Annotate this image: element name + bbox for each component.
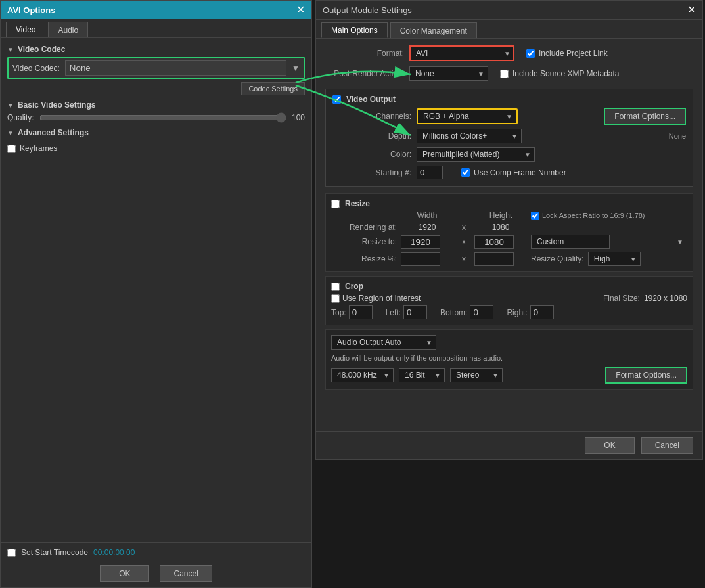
resize-pct-label: Resize %: xyxy=(331,254,397,263)
resize-quality-label: Resize Quality: xyxy=(531,254,584,263)
output-cancel-button[interactable]: Cancel xyxy=(641,437,693,454)
post-render-row: Post-Render Action: None ▼ Include Sourc… xyxy=(325,66,693,81)
resize-to-label: Resize to: xyxy=(331,237,397,246)
use-comp-frame-label: Use Comp Frame Number xyxy=(474,168,566,177)
audio-bit-dropdown[interactable]: 16 Bit xyxy=(399,368,445,382)
video-codec-title: Video Codec xyxy=(18,45,65,54)
format-dropdown[interactable]: AVI xyxy=(409,45,514,61)
avi-ok-button[interactable]: OK xyxy=(100,565,149,582)
quality-slider[interactable] xyxy=(39,112,286,123)
color-row: Color: Premultiplied (Matted) ▼ xyxy=(332,147,686,162)
resize-quality-dropdown[interactable]: High xyxy=(588,252,641,266)
starting-num-input[interactable] xyxy=(417,166,443,179)
resize-header-row: Resize xyxy=(331,199,687,208)
output-content: Format: AVI ▼ Include Project Link Post-… xyxy=(316,39,702,431)
left-input[interactable] xyxy=(403,305,427,319)
depth-row: Depth: Millions of Colors+ ▼ None xyxy=(332,129,686,143)
color-label: Color: xyxy=(332,150,411,159)
final-size-label: Final Size: xyxy=(603,294,640,303)
depth-dropdown[interactable]: Millions of Colors+ xyxy=(417,129,522,143)
set-start-timecode-checkbox[interactable] xyxy=(7,549,16,557)
resize-pct-w-input[interactable] xyxy=(401,252,440,266)
audio-output-wrap: Audio Output Auto ▼ xyxy=(331,335,436,350)
audio-khz-wrap: 48.000 kHz ▼ xyxy=(331,368,394,382)
avi-close-button[interactable]: ✕ xyxy=(296,5,305,15)
post-render-dropdown[interactable]: None xyxy=(409,66,488,81)
audio-section: Audio Output Auto ▼ Audio will be output… xyxy=(325,329,693,390)
format-options-button[interactable]: Format Options... xyxy=(604,108,686,125)
left-label: Left: xyxy=(386,308,401,317)
keyframes-checkbox[interactable] xyxy=(7,145,16,153)
starting-num-row: Starting #: Use Comp Frame Number xyxy=(332,166,686,179)
video-output-checkbox[interactable] xyxy=(332,95,341,104)
width-label: Width xyxy=(401,211,453,220)
tab-main-options[interactable]: Main Options xyxy=(321,22,388,38)
format-label: Format: xyxy=(325,49,404,58)
avi-tabs: Video Audio xyxy=(1,19,311,38)
quality-value: 100 xyxy=(292,113,305,122)
audio-note: Audio will be output only if the composi… xyxy=(331,354,503,362)
codec-settings-button[interactable]: Codec Settings xyxy=(241,82,305,95)
right-input[interactable] xyxy=(530,305,554,319)
codec-select-row: Video Codec: None ▼ xyxy=(7,57,305,79)
format-select-wrapper: AVI ▼ xyxy=(409,45,514,61)
resize-pct-h-input[interactable] xyxy=(474,252,514,266)
resize-pct-x: x xyxy=(457,254,470,263)
tab-audio[interactable]: Audio xyxy=(48,22,88,37)
avi-panel-title: AVI Options xyxy=(7,5,55,15)
resize-to-h-input[interactable] xyxy=(474,235,514,249)
rendering-h: 1080 xyxy=(474,223,527,232)
tab-video[interactable]: Video xyxy=(6,22,45,37)
right-label: Right: xyxy=(507,308,527,317)
starting-num-label: Starting #: xyxy=(332,168,411,177)
use-comp-frame-checkbox[interactable] xyxy=(461,168,470,177)
output-module-panel: Output Module Settings ✕ Main Options Co… xyxy=(315,0,703,460)
codec-dropdown[interactable]: None xyxy=(65,60,286,76)
resize-section: Resize Width Height Lock Aspect Ratio to… xyxy=(325,193,693,272)
custom-preset-dropdown[interactable]: Custom xyxy=(531,235,610,249)
basic-video-title: Basic Video Settings xyxy=(18,101,95,110)
advanced-header: ▼ Advanced Settings xyxy=(7,128,305,137)
custom-arrow: ▼ xyxy=(677,238,683,246)
crop-section: Crop Use Region of Interest Final Size: … xyxy=(325,276,693,325)
crop-label: Crop xyxy=(345,282,363,291)
bottom-input[interactable] xyxy=(470,305,493,319)
output-title: Output Module Settings xyxy=(323,5,412,15)
tab-color-management[interactable]: Color Management xyxy=(390,22,477,38)
video-codec-section: ▼ Video Codec Video Codec: None ▼ Codec … xyxy=(7,45,305,95)
timecode-row: Set Start Timecode 00:00:00:00 xyxy=(7,548,305,557)
use-roi-checkbox[interactable] xyxy=(331,294,340,303)
channels-dropdown[interactable]: RGB + Alpha xyxy=(418,110,516,123)
lock-aspect-label: Lock Aspect Ratio to 16:9 (1.78) xyxy=(542,212,645,219)
crop-header-row: Crop xyxy=(331,282,687,291)
advanced-title: Advanced Settings xyxy=(18,128,89,137)
resize-to-w-input[interactable] xyxy=(401,235,440,249)
crop-checkbox[interactable] xyxy=(331,283,340,291)
rendering-at-label: Rendering at: xyxy=(331,223,397,232)
include-project-link-checkbox[interactable] xyxy=(526,49,535,58)
include-source-xmp-checkbox[interactable] xyxy=(500,70,509,78)
top-input[interactable] xyxy=(349,305,373,319)
channel-select-wrapper: RGB + Alpha ▼ xyxy=(417,108,518,124)
audio-khz-dropdown[interactable]: 48.000 kHz xyxy=(331,368,394,382)
basic-collapse-triangle: ▼ xyxy=(7,102,14,109)
codec-label: Video Codec: xyxy=(12,64,60,73)
audio-stereo-dropdown[interactable]: Stereo xyxy=(450,368,503,382)
quality-row: Quality: 100 xyxy=(7,112,305,123)
video-codec-header: ▼ Video Codec xyxy=(7,45,305,54)
avi-cancel-button[interactable]: Cancel xyxy=(160,565,212,582)
output-ok-button[interactable]: OK xyxy=(585,437,634,454)
output-close-button[interactable]: ✕ xyxy=(687,5,696,15)
audio-output-dropdown[interactable]: Audio Output Auto xyxy=(331,335,436,350)
output-tabs: Main Options Color Management xyxy=(316,20,702,39)
resize-x-2: x xyxy=(457,237,470,246)
lock-aspect-checkbox[interactable] xyxy=(531,212,539,220)
timecode-value: 00:00:00:00 xyxy=(93,548,135,557)
color-dropdown[interactable]: Premultiplied (Matted) xyxy=(417,147,535,162)
avi-footer-buttons: OK Cancel xyxy=(7,565,305,582)
audio-format-options-button[interactable]: Format Options... xyxy=(605,367,687,384)
resize-checkbox[interactable] xyxy=(331,200,340,208)
include-source-xmp-label: Include Source XMP Metadata xyxy=(512,69,620,78)
bottom-label: Bottom: xyxy=(440,308,467,317)
output-footer: OK Cancel xyxy=(316,431,702,459)
